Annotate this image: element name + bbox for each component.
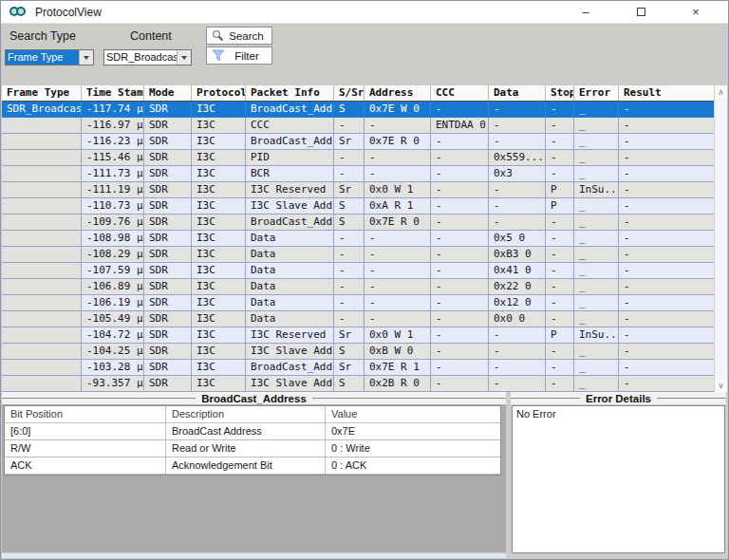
table-row[interactable]: -108.98 µSSDRI3CData---0x5 0-_- bbox=[2, 231, 716, 247]
cell: I3C bbox=[192, 376, 246, 392]
cell: - bbox=[431, 279, 489, 295]
cell: - bbox=[546, 376, 574, 392]
cell: - bbox=[546, 231, 574, 247]
column-header[interactable]: Time Stamp bbox=[82, 85, 144, 101]
table-row[interactable]: SDR_Broadcast-117.74 µSSDRI3CBroadCast_A… bbox=[2, 102, 716, 118]
table-row[interactable]: -103.28 µSSDRI3CBroadCast_Add...Sr0x7E R… bbox=[2, 360, 716, 376]
cell: - bbox=[546, 295, 574, 311]
search-button[interactable]: Search bbox=[206, 27, 272, 45]
detail-row[interactable]: R/WRead or Write0 : Write bbox=[5, 440, 500, 457]
cell: 0x0 W 1 bbox=[364, 182, 431, 198]
cell: - bbox=[619, 344, 716, 360]
cell: -103.28 µS bbox=[82, 360, 144, 376]
cell bbox=[2, 231, 82, 247]
cell: SDR bbox=[144, 311, 192, 327]
cell: - bbox=[619, 102, 716, 118]
cell: - bbox=[619, 198, 716, 215]
table-row[interactable]: -104.72 µSSDRI3CI3C ReservedSr0x0 W 1--P… bbox=[2, 327, 716, 344]
cell: - bbox=[334, 166, 364, 182]
table-row[interactable]: -106.19 µSSDRI3CData---0x12 0-_- bbox=[2, 295, 716, 311]
cell: - bbox=[619, 134, 716, 150]
cell bbox=[2, 134, 82, 150]
column-header[interactable]: Error bbox=[574, 85, 619, 101]
cell: - bbox=[546, 344, 574, 360]
search-type-dropdown[interactable]: Frame Type bbox=[5, 49, 94, 65]
cell: _ bbox=[574, 360, 619, 376]
table-row[interactable]: -116.23 µSSDRI3CBroadCast_Add...Sr0x7E R… bbox=[2, 134, 716, 150]
table-row[interactable]: -109.76 µSSDRI3CBroadCast_Add...S0x7E R … bbox=[2, 215, 716, 231]
cell: I3C bbox=[192, 215, 246, 231]
scroll-down-icon[interactable]: ∨ bbox=[715, 379, 727, 392]
cell: -115.46 µS bbox=[82, 150, 144, 166]
error-details-title: Error Details bbox=[580, 393, 657, 404]
table-row[interactable]: -111.73 µSSDRI3CBCR---0x3-_- bbox=[2, 166, 716, 182]
cell: - bbox=[546, 150, 574, 166]
column-header[interactable]: Address bbox=[364, 85, 431, 101]
cell: SDR bbox=[144, 360, 192, 376]
cell: - bbox=[619, 327, 716, 344]
column-header[interactable]: Protocol bbox=[192, 85, 246, 101]
detail-row[interactable]: ACKAcknowledgement Bit0 : ACK bbox=[5, 457, 500, 475]
cell bbox=[2, 263, 82, 279]
table-row[interactable]: -107.59 µSSDRI3CData---0x41 0-_- bbox=[2, 263, 716, 279]
column-header[interactable]: Stop bbox=[546, 85, 574, 101]
maximize-button[interactable] bbox=[618, 1, 664, 23]
window-title: ProtocolView bbox=[35, 6, 102, 19]
column-header[interactable]: CCC bbox=[431, 85, 489, 101]
protocol-table: Frame TypeTime StampModeProtocolPacket I… bbox=[2, 85, 716, 392]
search-type-value: Frame Type bbox=[6, 50, 79, 65]
cell: _ bbox=[574, 279, 619, 295]
column-header[interactable]: Mode bbox=[144, 85, 192, 101]
cell: - bbox=[619, 166, 716, 182]
column-header[interactable]: Frame Type bbox=[2, 85, 82, 101]
cell: 0 : ACK bbox=[326, 457, 500, 474]
cell: _ bbox=[574, 118, 619, 134]
vertical-scrollbar[interactable]: ∧ ∨ bbox=[714, 85, 727, 392]
table-row[interactable]: -104.25 µSSDRI3CI3C Slave Add...S0xB W 0… bbox=[2, 344, 716, 360]
detail-row[interactable]: [6:0]BroadCast Address0x7E bbox=[5, 423, 500, 440]
column-header[interactable]: S/Sr bbox=[334, 85, 364, 101]
cell: P bbox=[546, 198, 574, 215]
cell: -109.76 µS bbox=[82, 215, 144, 231]
cell: - bbox=[431, 166, 489, 182]
cell: SDR bbox=[144, 376, 192, 392]
cell: [6:0] bbox=[5, 423, 166, 439]
chevron-down-icon[interactable] bbox=[177, 50, 191, 65]
table-row[interactable]: -105.49 µSSDRI3CData---0x0 0-_- bbox=[2, 311, 716, 327]
cell bbox=[2, 118, 82, 134]
cell: - bbox=[619, 376, 716, 392]
cell: - bbox=[619, 215, 716, 231]
cell: I3C Reserved bbox=[246, 182, 334, 198]
detail-row[interactable]: Bit PositionDescriptionValue bbox=[5, 406, 500, 423]
cell: Read or Write bbox=[166, 440, 326, 457]
table-row[interactable]: -116.97 µSSDRI3CCCC--ENTDAA 0--_- bbox=[2, 118, 716, 134]
cell: - bbox=[334, 118, 364, 134]
column-header[interactable]: Packet Info bbox=[246, 85, 334, 101]
cell: SDR bbox=[144, 118, 192, 134]
cell: - bbox=[489, 376, 546, 392]
cell: SDR bbox=[144, 279, 192, 295]
cell: - bbox=[619, 279, 716, 295]
cell: -111.73 µS bbox=[82, 166, 144, 182]
table-row[interactable]: -93.357 µSSDRI3CI3C Slave Add...S0x2B R … bbox=[2, 376, 716, 392]
content-dropdown[interactable]: SDR_Broadcast bbox=[103, 49, 192, 65]
cell: S bbox=[334, 376, 364, 392]
cell: - bbox=[431, 102, 489, 118]
cell: I3C bbox=[192, 150, 246, 166]
filter-button[interactable]: Filter bbox=[206, 47, 272, 65]
cell bbox=[2, 360, 82, 376]
table-row[interactable]: -106.89 µSSDRI3CData---0x22 0-_- bbox=[2, 279, 716, 295]
cell: SDR bbox=[144, 102, 192, 118]
cell: 0x22 0 bbox=[489, 279, 546, 295]
table-row[interactable]: -111.19 µSSDRI3CI3C ReservedSr0x0 W 1--P… bbox=[2, 182, 716, 198]
column-header[interactable]: Data bbox=[489, 85, 546, 101]
close-button[interactable]: × bbox=[673, 1, 719, 23]
column-header[interactable]: Result bbox=[619, 85, 716, 101]
chevron-down-icon[interactable] bbox=[79, 50, 93, 65]
table-row[interactable]: -110.73 µSSDRI3CI3C Slave Add...S0xA R 1… bbox=[2, 198, 716, 215]
scroll-up-icon[interactable]: ∧ bbox=[715, 85, 727, 99]
filter-icon bbox=[212, 49, 225, 62]
minimize-button[interactable]: – bbox=[563, 1, 608, 23]
table-row[interactable]: -108.29 µSSDRI3CData---0xB3 0-_- bbox=[2, 247, 716, 263]
table-row[interactable]: -115.46 µSSDRI3CPID---0x559...-_- bbox=[2, 150, 716, 166]
